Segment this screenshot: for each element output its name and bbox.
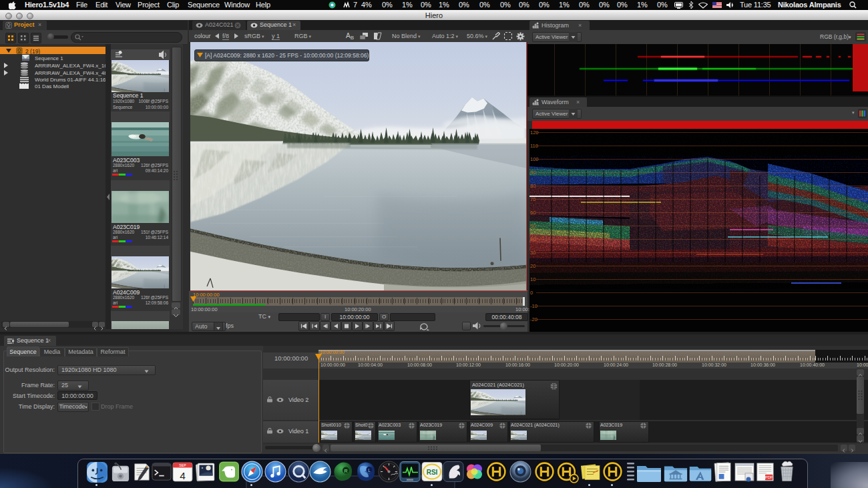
svg-text:80: 80 bbox=[530, 183, 535, 189]
svg-text:120: 120 bbox=[530, 130, 539, 136]
svg-text:R: R bbox=[344, 469, 347, 473]
svg-text:110: 110 bbox=[530, 143, 538, 149]
svg-text:RSI: RSI bbox=[427, 469, 438, 476]
svg-text:60: 60 bbox=[530, 210, 535, 216]
svg-text:SEP: SEP bbox=[179, 463, 186, 467]
svg-text:0: 0 bbox=[530, 290, 533, 296]
svg-text:4: 4 bbox=[180, 470, 186, 481]
svg-text:-20: -20 bbox=[530, 316, 537, 322]
svg-text:70: 70 bbox=[530, 196, 535, 202]
svg-text:20: 20 bbox=[530, 263, 535, 269]
svg-text:10: 10 bbox=[530, 276, 535, 282]
svg-text:30: 30 bbox=[530, 250, 535, 256]
svg-text:50: 50 bbox=[530, 223, 535, 229]
svg-text:90: 90 bbox=[530, 170, 535, 176]
svg-text:100: 100 bbox=[530, 156, 539, 162]
svg-text:40: 40 bbox=[530, 236, 535, 242]
svg-text:-10: -10 bbox=[530, 303, 537, 309]
svg-text:PDF: PDF bbox=[765, 475, 773, 479]
svg-text:L: L bbox=[368, 468, 371, 473]
